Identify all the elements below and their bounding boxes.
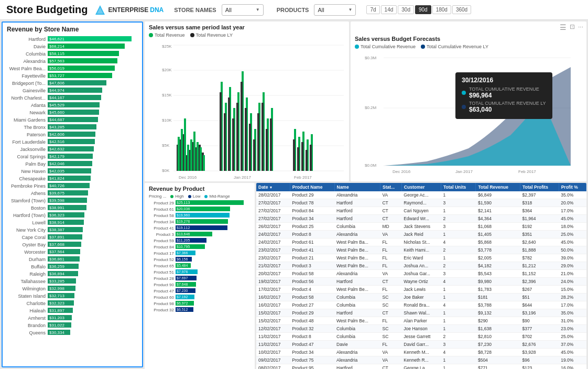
table-row[interactable]: 17/02/2017Product 4West Palm Be...FLJack… xyxy=(256,286,586,294)
store-bar-item[interactable]: Charlotte $32,323 xyxy=(6,300,139,307)
store-bar-item[interactable]: Davie $68,214 xyxy=(6,44,139,50)
table-row[interactable]: 27/02/2017Product 84HartfordCTCari Nguye… xyxy=(256,207,586,215)
table-row[interactable]: 20/02/2017Product 58AlexandriaVAJoshua G… xyxy=(256,270,586,278)
product-bar-item[interactable]: Product 52 $6,156 xyxy=(145,257,255,263)
store-bar-item[interactable]: Bridgeport (To... $47,606 xyxy=(6,80,139,86)
store-bar-item[interactable]: Fort Lauderdale $42,516 xyxy=(6,139,139,145)
table-header-product-name[interactable]: Product Name xyxy=(290,183,334,191)
table-row[interactable]: 19/02/2017Product 56HartfordCTWayne Orti… xyxy=(256,278,586,286)
table-row[interactable]: 23/02/2017Product 21West Palm Be...FLEri… xyxy=(256,254,586,262)
product-bar-item[interactable]: Product 65 $5,484 xyxy=(145,263,255,269)
more-icon[interactable]: ··· xyxy=(578,23,583,31)
store-bar-item[interactable]: Cape Coral $37,891 xyxy=(6,234,139,241)
store-bar-item[interactable]: Buffalo $36,259 xyxy=(6,264,139,270)
store-bar-item[interactable]: Fayetteville $53,727 xyxy=(6,73,139,79)
product-bar-item[interactable]: Product 34 $19,276 xyxy=(145,219,255,225)
table-row[interactable]: 24/02/2017Product 8AlexandriaVAJack Reid… xyxy=(256,231,586,238)
store-bar-item[interactable]: Amherst $31,203 xyxy=(6,315,139,321)
table-row[interactable]: 24/02/2017Product 61West Palm Ba...FLNic… xyxy=(256,238,586,246)
store-bar-item[interactable]: Atlanta $45,529 xyxy=(6,102,139,108)
table-header-total-units[interactable]: Total Units xyxy=(441,183,476,191)
store-bar-item[interactable]: Chesapeake $41,824 xyxy=(6,176,139,182)
table-header-profit--[interactable]: Profit % xyxy=(559,183,586,191)
store-bar-item[interactable]: Oyster Bay $37,668 xyxy=(6,242,139,248)
store-bar-item[interactable]: Hartford (Town) $36,323 xyxy=(6,212,139,219)
menu-icon[interactable]: ☰ xyxy=(560,23,567,31)
time-btn-180d[interactable]: 180d xyxy=(432,5,451,14)
table-row[interactable]: 12/02/2017Product 32ColumbiaSCJoe Hanson… xyxy=(256,325,586,333)
table-row[interactable]: 08/02/2017Product 95HartfordCTGeorge La.… xyxy=(256,364,586,370)
time-btn-90d[interactable]: 90d xyxy=(415,5,431,14)
store-bar-item[interactable]: The Bronx $43,285 xyxy=(6,124,139,131)
store-bar-item[interactable]: North Charlest... $44,167 xyxy=(6,95,139,101)
store-bar-item[interactable]: Athens $39,675 xyxy=(6,190,139,197)
store-bar-item[interactable]: Worcester $37,564 xyxy=(6,249,139,255)
table-row[interactable]: 15/02/2017Product 48West Palm Be...FLAla… xyxy=(256,317,586,325)
store-bar-item[interactable]: Lowell $38,914 xyxy=(6,220,139,226)
product-bar-item[interactable]: Product 32 $6,512 xyxy=(145,307,255,313)
store-bar-item[interactable]: Queens $30,334 xyxy=(6,330,139,336)
expand-icon[interactable]: ⊡ xyxy=(570,23,575,31)
store-bar-item[interactable]: New Haven $42,035 xyxy=(6,168,139,175)
product-bar-item[interactable]: Product 17 $7,366 xyxy=(145,251,255,256)
table-header-total-profits[interactable]: Total Profits xyxy=(520,183,559,191)
product-bar-item[interactable]: Product 51 $7,976 xyxy=(145,269,255,275)
store-bar-item[interactable]: Newark $45,660 xyxy=(6,110,139,116)
store-bar-item[interactable]: Columbia $58,115 xyxy=(6,51,139,57)
store-bar-item[interactable]: Gainesville $44,974 xyxy=(6,88,139,94)
product-bar-item[interactable]: Product 28 $7,697 xyxy=(145,276,255,281)
product-bar-item[interactable]: Product 29 $25,113 xyxy=(145,200,255,206)
store-bar-item[interactable]: West Palm Bea... $56,019 xyxy=(6,66,139,72)
time-btn-14d[interactable]: 14d xyxy=(381,5,397,14)
table-row[interactable]: 16/02/2017Product 27ColumbiaSCRonald Bra… xyxy=(256,301,586,309)
product-bar-item[interactable]: Product 84 $10,795 xyxy=(145,244,255,250)
store-bar-item[interactable]: Miami Gardens $44,687 xyxy=(6,117,139,123)
store-bar-item[interactable]: New York City $38,387 xyxy=(6,227,139,233)
store-bar-item[interactable]: Durham $36,861 xyxy=(6,256,139,263)
table-header-name[interactable]: Name xyxy=(334,183,380,191)
product-bar-item[interactable]: Product 47 $7,230 xyxy=(145,288,255,294)
time-btn-360d[interactable]: 360d xyxy=(452,5,471,14)
store-bar-item[interactable]: Staten Island $32,713 xyxy=(6,293,139,299)
table-row[interactable]: 23/02/2017Product 41West Palm Be...FLKei… xyxy=(256,246,586,254)
table-header-total-revenue[interactable]: Total Revenue xyxy=(476,183,520,191)
table-row[interactable]: 27/02/2017Product 34HartfordCTEdward Wr.… xyxy=(256,215,586,223)
store-names-select[interactable]: All ▼ xyxy=(222,4,264,16)
table-row[interactable]: 11/02/2017Product 8ColumbiaSCJesse Garre… xyxy=(256,333,586,341)
table-header-date[interactable]: Date xyxy=(256,183,290,191)
table-row[interactable]: 09/02/2017Product 75AlexandriaVAKenneth … xyxy=(256,356,586,364)
product-bar-item[interactable]: Product 60 $7,192 xyxy=(145,295,255,300)
table-row[interactable]: 15/02/2017Product 29HartfordCTShawn Wal.… xyxy=(256,309,586,317)
store-bar-item[interactable]: Paterson $42,606 xyxy=(6,132,139,138)
table-header-customer[interactable]: Customer xyxy=(401,183,441,191)
store-bar-item[interactable]: Pembroke Pines $40,726 xyxy=(6,183,139,189)
table-row[interactable]: 26/02/2017Product 25ColumbiaMDJack Steve… xyxy=(256,223,586,231)
product-bar-item[interactable]: Product 58 $19,960 xyxy=(145,213,255,219)
time-btn-7d[interactable]: 7d xyxy=(366,5,379,14)
store-bar-item[interactable]: Coral Springs $42,179 xyxy=(6,154,139,160)
store-bar-item[interactable]: Tallahassee $33,285 xyxy=(6,278,139,285)
table-scroll[interactable]: DateProduct NameNameStat...CustomerTotal… xyxy=(256,183,586,369)
store-bar-item[interactable]: Palm Bay $42,046 xyxy=(6,161,139,167)
store-bar-item[interactable]: Raleigh $36,894 xyxy=(6,271,139,277)
product-bar-item[interactable]: Product 90 $7,648 xyxy=(145,282,255,288)
time-btn-30d[interactable]: 30d xyxy=(398,5,414,14)
table-row[interactable]: 16/02/2017Product 58ColumbiaSCJoe Baker1… xyxy=(256,294,586,301)
store-bar-item[interactable]: Brandon $31,022 xyxy=(6,322,139,329)
table-header-stat---[interactable]: Stat... xyxy=(380,183,401,191)
store-bar-item[interactable]: Hialeah $31,897 xyxy=(6,308,139,314)
product-bar-item[interactable]: Product 59 $11,205 xyxy=(145,238,255,244)
table-row[interactable]: 21/02/2017Product 3West Palm Be...FLJosh… xyxy=(256,262,586,270)
table-row[interactable]: 27/02/2017Product 78HartfordCTRaymond...… xyxy=(256,199,586,207)
store-bar-item[interactable]: Alexandria $57,563 xyxy=(6,58,139,64)
table-row[interactable]: 28/02/2017Product 29AlexandriaVAGeorge A… xyxy=(256,191,586,199)
product-bar-item[interactable]: Product 41 $19,112 xyxy=(145,225,255,231)
product-bar-item[interactable]: Product 3 $13,646 xyxy=(145,232,255,237)
store-bar-item[interactable]: Jacksonville $42,632 xyxy=(6,146,139,153)
store-bar-item[interactable]: Hartford $46,621 xyxy=(6,36,139,42)
store-bar-item[interactable]: Stamford (Town) $39,598 xyxy=(6,198,139,204)
product-bar-item[interactable]: Product 61 $20,036 xyxy=(145,207,255,212)
store-bar-item[interactable]: Wilmington $32,998 xyxy=(6,286,139,292)
product-bar-item[interactable]: Product 98 $6,972 xyxy=(145,301,255,307)
table-row[interactable]: 11/02/2017Product 47DavieFLDavid Garr...… xyxy=(256,341,586,349)
